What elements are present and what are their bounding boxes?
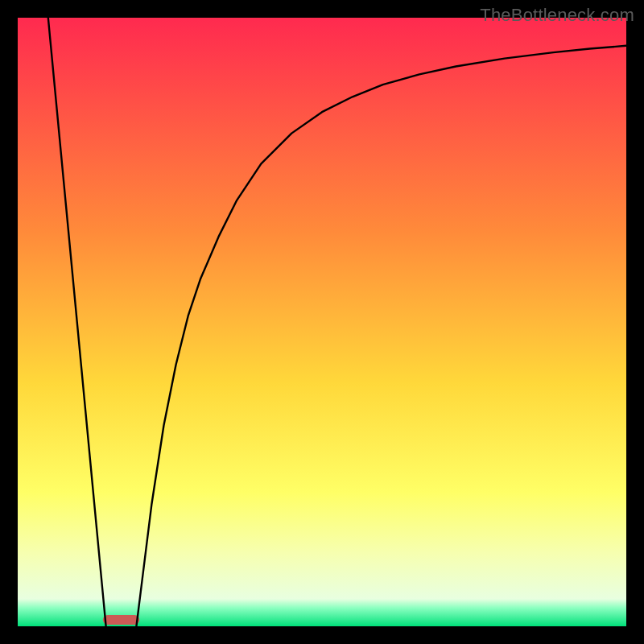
watermark-label: TheBottleneck.com <box>480 5 634 26</box>
chart-area <box>18 18 626 626</box>
chart-svg <box>18 18 626 626</box>
chart-background <box>18 18 626 626</box>
optimal-marker <box>103 615 139 625</box>
